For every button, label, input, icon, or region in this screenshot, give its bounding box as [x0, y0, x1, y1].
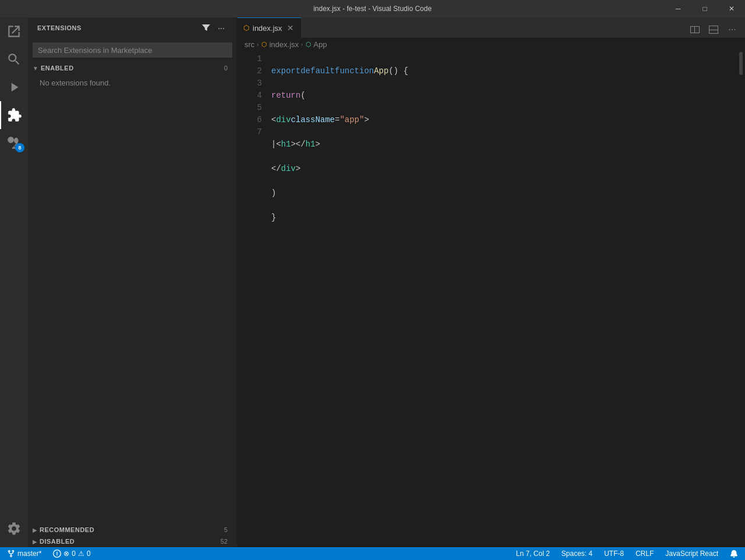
breadcrumb: src › ⬡ index.jsx › ⬡ App [237, 38, 745, 52]
indentation-status[interactable]: Spaces: 4 [559, 547, 595, 560]
recommended-section-left: ▶ RECOMMENDED [33, 526, 94, 533]
breadcrumb-file-label: index.jsx [269, 40, 299, 49]
encoding-status[interactable]: UTF-8 [602, 547, 626, 560]
editor-area: ⬡ index.jsx ✕ ··· [237, 17, 745, 547]
breadcrumb-sep-2: › [301, 41, 303, 48]
code-line-3: <div className="app"> [271, 114, 737, 126]
editor-scrollbar [737, 52, 745, 547]
errors-label: ⊗ [63, 550, 69, 558]
git-branch-status[interactable]: master* [5, 547, 44, 560]
status-right: Ln 7, Col 2 Spaces: 4 UTF-8 CRLF JavaScr… [514, 547, 740, 560]
recommended-count: 5 [224, 526, 228, 533]
cursor-position-status[interactable]: Ln 7, Col 2 [514, 547, 552, 560]
breadcrumb-file-icon: ⬡ [261, 41, 267, 48]
errors-status[interactable]: ⊗ 0 ⚠ 0 [51, 547, 93, 560]
breadcrumb-file[interactable]: ⬡ index.jsx [261, 40, 299, 49]
scrollbar-thumb [739, 52, 743, 75]
more-actions-icon: ··· [728, 24, 736, 35]
breadcrumb-src[interactable]: src [244, 40, 254, 49]
warning-count: 0 [87, 550, 91, 558]
status-bar: master* ⊗ 0 ⚠ 0 Ln 7, Col 2 Spaces: 4 UT… [0, 547, 745, 560]
search-activity-icon [6, 52, 22, 67]
breadcrumb-symbol-label: App [314, 40, 327, 49]
sidebar-spacer [28, 92, 237, 524]
status-left: master* ⊗ 0 ⚠ 0 [5, 547, 93, 560]
warnings-label: ⚠ [78, 550, 84, 558]
run-icon [6, 80, 22, 95]
breadcrumb-src-label: src [244, 40, 254, 49]
line-numbers: 1 2 3 4 5 6 7 [237, 52, 267, 547]
disabled-section-label: DISABLED [40, 538, 74, 545]
disabled-section-header[interactable]: ▶ DISABLED 52 [28, 536, 237, 547]
sidebar-header-actions: ··· [200, 22, 228, 34]
language-status[interactable]: JavaScript React [663, 547, 721, 560]
sidebar-header: EXTENSIONS ··· [28, 17, 237, 38]
no-extensions-message: No extensions found. [28, 74, 237, 92]
filter-extensions-button[interactable] [200, 22, 212, 34]
git-branch-icon [7, 550, 15, 558]
tab-bar: ⬡ index.jsx ✕ ··· [237, 17, 745, 38]
more-editor-actions-button[interactable]: ··· [724, 22, 740, 38]
code-line-5: </div> [271, 163, 737, 175]
window-title: index.jsx - fe-test - Visual Studio Code [313, 5, 431, 13]
activity-icon-source-control[interactable]: 8 [0, 129, 28, 157]
toggle-panel-button[interactable] [705, 22, 722, 38]
editor-tab-index-jsx[interactable]: ⬡ index.jsx ✕ [237, 17, 301, 38]
close-button[interactable]: ✕ [718, 0, 745, 17]
activity-icon-extensions[interactable] [0, 101, 28, 129]
code-content[interactable]: export default function App() { return (… [267, 52, 737, 547]
maximize-button[interactable]: □ [691, 0, 718, 17]
source-control-badge: 8 [15, 143, 24, 152]
code-line-2: return ( [271, 90, 737, 102]
enabled-chevron-icon: ▼ [33, 65, 38, 72]
activity-icon-run[interactable] [0, 73, 28, 101]
encoding-label: UTF-8 [604, 550, 624, 558]
filter-icon [201, 23, 211, 33]
enabled-section-left: ▼ ENABLED [33, 65, 74, 72]
recommended-chevron-icon: ▶ [33, 527, 37, 533]
tab-close-button[interactable]: ✕ [286, 23, 295, 33]
activity-icon-settings[interactable] [0, 515, 28, 543]
cursor-position-label: Ln 7, Col 2 [516, 550, 550, 558]
language-label: JavaScript React [665, 550, 718, 558]
error-count: 0 [72, 550, 76, 558]
disabled-count: 52 [221, 538, 228, 545]
code-line-6: ) [271, 187, 737, 199]
window-controls: ─ □ ✕ [665, 0, 745, 17]
disabled-section-left: ▶ DISABLED [33, 538, 74, 545]
extensions-search-input[interactable] [33, 42, 232, 58]
breadcrumb-symbol-icon: ⬡ [306, 41, 311, 48]
settings-icon [6, 521, 22, 536]
code-editor: 1 2 3 4 5 6 7 export default function Ap… [237, 52, 745, 547]
notifications-icon [730, 550, 738, 558]
minimize-button[interactable]: ─ [665, 0, 691, 17]
notifications-status[interactable] [728, 547, 740, 560]
tab-filename: index.jsx [253, 24, 282, 33]
split-editor-button[interactable] [687, 22, 703, 38]
extensions-icon [7, 108, 22, 123]
enabled-section-header[interactable]: ▼ ENABLED 0 [28, 62, 237, 74]
split-editor-icon [690, 25, 700, 34]
toggle-panel-icon [709, 25, 718, 34]
code-line-7: } [271, 212, 737, 224]
code-line-1: export default function App() { [271, 65, 737, 77]
code-line-4: | <h1></h1> [271, 138, 737, 151]
activity-icon-explorer[interactable] [0, 17, 28, 45]
disabled-chevron-icon: ▶ [33, 538, 37, 545]
tab-bar-actions: ··· [682, 22, 745, 38]
error-icon [53, 550, 61, 558]
enabled-section-label: ENABLED [41, 65, 74, 72]
search-container [28, 38, 237, 62]
activity-icon-search[interactable] [0, 45, 28, 73]
sidebar-title: EXTENSIONS [37, 24, 81, 31]
more-actions-button[interactable]: ··· [215, 22, 228, 34]
ellipsis-icon: ··· [218, 23, 225, 33]
breadcrumb-symbol[interactable]: ⬡ App [306, 40, 327, 49]
line-ending-status[interactable]: CRLF [633, 547, 656, 560]
recommended-section-header[interactable]: ▶ RECOMMENDED 5 [28, 524, 237, 536]
indentation-label: Spaces: 4 [562, 550, 593, 558]
git-branch-label: master* [17, 550, 41, 558]
main-content: 8 EXTENSIONS ··· [0, 17, 745, 547]
title-bar: index.jsx - fe-test - Visual Studio Code… [0, 0, 745, 17]
activity-bar: 8 [0, 17, 28, 547]
